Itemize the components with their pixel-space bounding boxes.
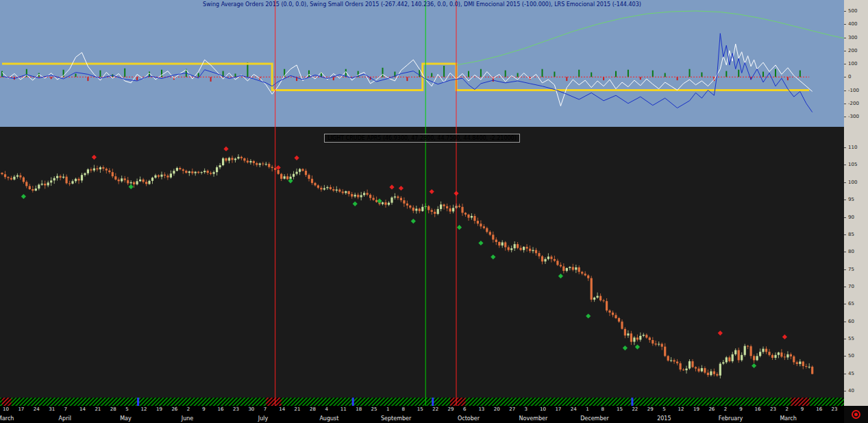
candles-layer (1, 154, 813, 378)
trading-chart-window: Swing Average Orders 2015 (0.0, 0.0), Sw… (0, 0, 868, 423)
axis-tick (844, 11, 846, 12)
month-label: November (519, 415, 548, 422)
week-label: 5 (662, 407, 665, 412)
week-label: 21 (295, 407, 301, 412)
axis-tick (844, 269, 846, 270)
axis-tick (844, 322, 846, 322)
week-label: 20 (494, 407, 500, 412)
week-label: 28 (310, 407, 316, 412)
axis-tick (844, 117, 846, 117)
week-label: 15 (417, 407, 423, 412)
week-label: 10 (3, 407, 9, 412)
right-axis: 5004003002001000-100-200-300110105100959… (844, 0, 868, 406)
week-label: 23 (832, 407, 838, 412)
week-label: 9 (739, 407, 742, 412)
week-label: 1 (386, 407, 389, 412)
week-label: 19 (156, 407, 162, 412)
month-label: August (319, 415, 338, 422)
axis-label: 100 (848, 61, 857, 67)
indicator-panel[interactable] (0, 0, 844, 127)
status-corner (844, 406, 868, 423)
week-label: 10 (540, 407, 546, 412)
axis-label: 70 (848, 284, 854, 289)
week-label: 9 (801, 407, 804, 412)
week-label: 16 (218, 407, 224, 412)
week-label: 22 (632, 407, 638, 412)
week-label: 7 (64, 407, 67, 412)
month-label: February (719, 415, 743, 422)
indicator-series (2, 44, 813, 106)
indicator-series (2, 34, 813, 112)
week-axis: 1017243171421285121926291623307142128411… (0, 406, 868, 414)
week-label: 8 (602, 407, 604, 412)
axis-tick (844, 165, 846, 165)
axis-tick (844, 77, 846, 77)
week-label: 26 (708, 407, 715, 412)
axis-tick (844, 147, 846, 148)
month-label: September (381, 415, 411, 422)
week-label: 5 (125, 407, 128, 412)
axis-tick (844, 64, 846, 64)
axis-tick (844, 234, 846, 235)
week-label: 11 (340, 407, 347, 412)
axis-tick (844, 200, 846, 200)
week-label: 8 (401, 407, 404, 412)
month-label: 2015 (657, 415, 671, 422)
sell-markers-layer (92, 147, 787, 339)
week-label: 12 (678, 407, 684, 412)
week-label: 24 (34, 407, 40, 412)
week-label: 22 (432, 407, 438, 412)
month-label: July (258, 415, 268, 422)
week-label: 14 (279, 407, 285, 412)
week-label: 12 (141, 407, 147, 412)
axis-tick (844, 374, 846, 374)
week-label: 21 (95, 407, 101, 412)
month-axis: MarchAprilMayJuneJulyAugustSeptemberOcto… (0, 414, 868, 423)
axis-label: 45 (848, 371, 854, 376)
axis-label: 65 (848, 301, 854, 306)
buy-markers-layer (21, 178, 756, 368)
axis-label: 100 (848, 180, 857, 185)
month-label: October (458, 415, 480, 422)
week-label: 2 (187, 407, 190, 412)
axis-tick (844, 391, 846, 391)
week-label: 3 (525, 407, 528, 412)
axis-label: 0 (848, 74, 851, 80)
axis-label: 40 (848, 388, 854, 394)
axis-label: -200 (848, 101, 859, 106)
week-label: 30 (248, 407, 254, 412)
axis-label: 75 (848, 267, 854, 272)
axis-tick (844, 287, 846, 287)
axis-label: 85 (848, 232, 854, 237)
month-label: May (120, 415, 132, 422)
axis-tick (844, 252, 846, 252)
week-label: 7 (264, 407, 266, 412)
price-panel[interactable] (0, 127, 844, 398)
axis-label: 80 (848, 249, 854, 254)
axis-label: 60 (848, 319, 854, 324)
month-label: March (0, 415, 14, 422)
histogram-layer (1, 62, 801, 82)
week-label: 9 (202, 407, 205, 412)
month-label: April (59, 415, 71, 422)
week-label: 4 (325, 407, 327, 412)
week-label: 16 (755, 407, 761, 412)
week-label: 17 (555, 407, 561, 412)
week-label: 23 (233, 407, 239, 412)
axis-tick (844, 182, 846, 183)
week-label: 28 (110, 407, 116, 412)
month-label: March (780, 415, 796, 422)
axis-label: 200 (848, 48, 857, 53)
week-label: 13 (478, 407, 484, 412)
week-label: 26 (171, 407, 177, 412)
axis-label: 55 (848, 336, 854, 341)
connection-status-icon[interactable] (852, 410, 860, 419)
week-label: 18 (356, 407, 362, 412)
axis-label: 90 (848, 215, 854, 220)
month-label: December (580, 415, 608, 422)
week-label: 1 (586, 407, 588, 412)
axis-tick (844, 339, 846, 339)
axis-label: 50 (848, 353, 854, 359)
axis-label: 300 (848, 35, 857, 40)
week-label: 31 (49, 407, 55, 412)
